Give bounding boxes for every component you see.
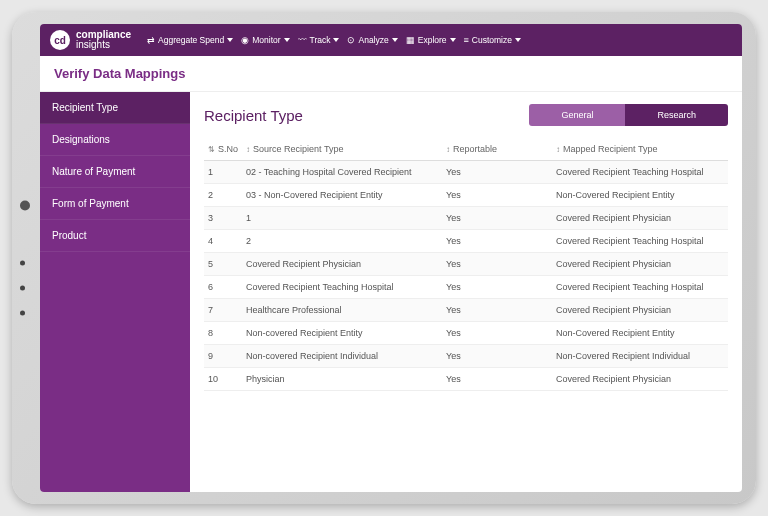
col-sno[interactable]: ⇅S.No (204, 138, 242, 161)
page-title: Verify Data Mappings (40, 56, 742, 92)
nav-label: Track (310, 35, 331, 45)
nav-label: Explore (418, 35, 447, 45)
table-row[interactable]: 31YesCovered Recipient Physician (204, 207, 728, 230)
chevron-down-icon (392, 38, 398, 42)
nav-label: Monitor (252, 35, 280, 45)
cell-mapped: Non-Covered Recipient Individual (552, 345, 728, 368)
nav-label: Customize (472, 35, 512, 45)
col-source[interactable]: ↕Source Recipient Type (242, 138, 442, 161)
cell-sno: 2 (204, 184, 242, 207)
nav-analyze[interactable]: ⊙Analyze (347, 35, 397, 45)
sidebar-item-designations[interactable]: Designations (40, 124, 190, 156)
chevron-down-icon (450, 38, 456, 42)
sidebar-item-form-of-payment[interactable]: Form of Payment (40, 188, 190, 220)
nav-icon: ▦ (406, 35, 415, 45)
table-row[interactable]: 6Covered Recipient Teaching HospitalYesC… (204, 276, 728, 299)
nav-track[interactable]: 〰Track (298, 35, 340, 45)
cell-reportable: Yes (442, 230, 552, 253)
sort-icon: ⇅ (208, 145, 215, 154)
camera-icon (20, 201, 30, 211)
sort-icon: ↕ (246, 145, 250, 154)
chevron-down-icon (284, 38, 290, 42)
cell-sno: 6 (204, 276, 242, 299)
nav-explore[interactable]: ▦Explore (406, 35, 456, 45)
cell-sno: 1 (204, 161, 242, 184)
cell-reportable: Yes (442, 276, 552, 299)
brand-logo[interactable]: cd compliance insights (50, 30, 131, 50)
table-row[interactable]: 102 - Teaching Hospital Covered Recipien… (204, 161, 728, 184)
chevron-down-icon (333, 38, 339, 42)
logo-badge: cd (50, 30, 70, 50)
tablet-frame: cd compliance insights ⇄Aggregate Spend◉… (12, 12, 756, 504)
cell-mapped: Covered Recipient Teaching Hospital (552, 276, 728, 299)
sidebar-item-nature-of-payment[interactable]: Nature of Payment (40, 156, 190, 188)
cell-source: 03 - Non-Covered Recipient Entity (242, 184, 442, 207)
cell-mapped: Covered Recipient Physician (552, 253, 728, 276)
cell-sno: 3 (204, 207, 242, 230)
sort-icon: ↕ (556, 145, 560, 154)
nav-icon: ◉ (241, 35, 249, 45)
nav-customize[interactable]: ≡Customize (464, 35, 521, 45)
cell-sno: 7 (204, 299, 242, 322)
top-nav-bar: cd compliance insights ⇄Aggregate Spend◉… (40, 24, 742, 56)
cell-source: Physician (242, 368, 442, 391)
cell-mapped: Covered Recipient Physician (552, 207, 728, 230)
cell-source: Covered Recipient Physician (242, 253, 442, 276)
cell-mapped: Non-Covered Recipient Entity (552, 322, 728, 345)
chevron-down-icon (515, 38, 521, 42)
cell-reportable: Yes (442, 322, 552, 345)
mapping-table: ⇅S.No ↕Source Recipient Type ↕Reportable… (204, 138, 728, 391)
cell-source: Non-covered Recipient Entity (242, 322, 442, 345)
cell-sno: 8 (204, 322, 242, 345)
nav-icon: ≡ (464, 35, 469, 45)
sort-icon: ↕ (446, 145, 450, 154)
col-reportable[interactable]: ↕Reportable (442, 138, 552, 161)
nav-label: Analyze (358, 35, 388, 45)
nav-label: Aggregate Spend (158, 35, 224, 45)
table-row[interactable]: 203 - Non-Covered Recipient EntityYesNon… (204, 184, 728, 207)
cell-source: Non-covered Recipient Individual (242, 345, 442, 368)
table-row[interactable]: 7Healthcare ProfessionalYesCovered Recip… (204, 299, 728, 322)
cell-source: Healthcare Professional (242, 299, 442, 322)
nav-icon: ⊙ (347, 35, 355, 45)
section-title: Recipient Type (204, 107, 303, 124)
table-row[interactable]: 8Non-covered Recipient EntityYesNon-Cove… (204, 322, 728, 345)
table-row[interactable]: 10PhysicianYesCovered Recipient Physicia… (204, 368, 728, 391)
cell-reportable: Yes (442, 207, 552, 230)
table-row[interactable]: 42YesCovered Recipient Teaching Hospital (204, 230, 728, 253)
cell-reportable: Yes (442, 184, 552, 207)
sidebar: Recipient TypeDesignationsNature of Paym… (40, 92, 190, 492)
tab-research[interactable]: Research (625, 104, 728, 126)
nav-aggregate-spend[interactable]: ⇄Aggregate Spend (147, 35, 233, 45)
cell-source: 1 (242, 207, 442, 230)
logo-text: compliance insights (76, 30, 131, 50)
tablet-side-buttons (20, 201, 30, 316)
nav-icon: 〰 (298, 35, 307, 45)
cell-mapped: Covered Recipient Physician (552, 299, 728, 322)
cell-mapped: Covered Recipient Teaching Hospital (552, 161, 728, 184)
cell-source: Covered Recipient Teaching Hospital (242, 276, 442, 299)
sidebar-item-product[interactable]: Product (40, 220, 190, 252)
chevron-down-icon (227, 38, 233, 42)
cell-sno: 5 (204, 253, 242, 276)
view-toggle[interactable]: General Research (529, 104, 728, 126)
nav-monitor[interactable]: ◉Monitor (241, 35, 289, 45)
cell-source: 02 - Teaching Hospital Covered Recipient (242, 161, 442, 184)
main-panel: Recipient Type General Research ⇅S.No ↕S… (190, 92, 742, 492)
cell-source: 2 (242, 230, 442, 253)
table-row[interactable]: 5Covered Recipient PhysicianYesCovered R… (204, 253, 728, 276)
table-row[interactable]: 9Non-covered Recipient IndividualYesNon-… (204, 345, 728, 368)
col-mapped[interactable]: ↕Mapped Recipient Type (552, 138, 728, 161)
brand-sub: insights (76, 39, 110, 50)
cell-reportable: Yes (442, 345, 552, 368)
tab-general[interactable]: General (529, 104, 625, 126)
cell-mapped: Non-Covered Recipient Entity (552, 184, 728, 207)
main-nav: ⇄Aggregate Spend◉Monitor〰Track⊙Analyze▦E… (147, 35, 521, 45)
nav-icon: ⇄ (147, 35, 155, 45)
cell-sno: 9 (204, 345, 242, 368)
cell-sno: 4 (204, 230, 242, 253)
sidebar-item-recipient-type[interactable]: Recipient Type (40, 92, 190, 124)
cell-mapped: Covered Recipient Teaching Hospital (552, 230, 728, 253)
cell-reportable: Yes (442, 161, 552, 184)
cell-reportable: Yes (442, 253, 552, 276)
